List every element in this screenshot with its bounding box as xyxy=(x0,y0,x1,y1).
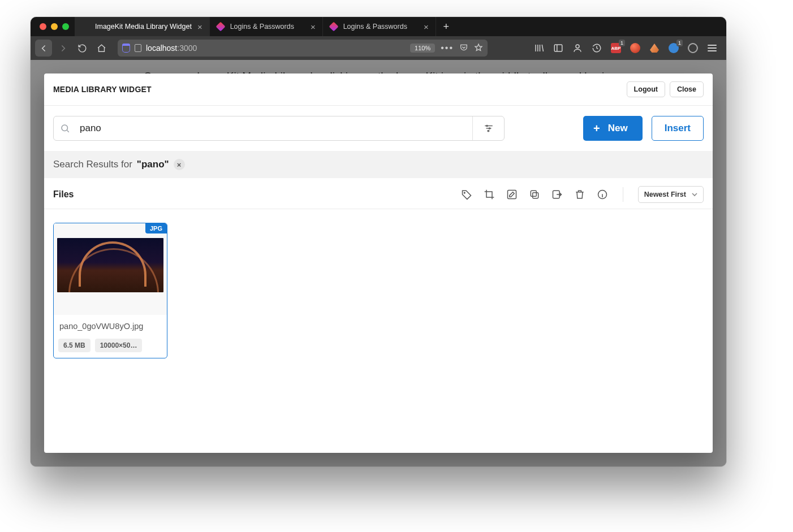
format-badge: JPG xyxy=(145,223,167,233)
thumbnail xyxy=(57,238,163,292)
tab-logins-2[interactable]: Logins & Passwords × xyxy=(323,17,436,36)
library-icon[interactable] xyxy=(532,41,546,55)
window-minimize[interactable] xyxy=(51,23,58,30)
svg-point-1 xyxy=(576,45,579,48)
filter-button[interactable] xyxy=(472,116,504,140)
files-toolbar: Files Newest First xyxy=(44,178,713,209)
new-button-label: New xyxy=(608,123,628,134)
shield-icon[interactable] xyxy=(122,44,130,53)
new-tab-button[interactable]: + xyxy=(436,17,456,36)
close-button[interactable]: Close xyxy=(670,81,704,97)
move-icon[interactable] xyxy=(551,189,563,200)
page-actions-icon[interactable]: ••• xyxy=(441,43,454,53)
clear-search-icon[interactable]: × xyxy=(174,159,185,170)
svg-point-2 xyxy=(62,125,68,131)
logout-button[interactable]: Logout xyxy=(627,81,665,97)
react-devtools-icon[interactable] xyxy=(686,41,700,55)
crop-icon[interactable] xyxy=(484,189,495,200)
tab-title: Logins & Passwords xyxy=(230,23,294,31)
zoom-indicator[interactable]: 110% xyxy=(410,44,435,53)
close-tab-icon[interactable]: × xyxy=(311,23,316,31)
tab-title: ImageKit Media Library Widget xyxy=(95,23,192,31)
search-icon xyxy=(54,116,76,140)
modal-title: MEDIA LIBRARY WIDGET xyxy=(53,85,152,94)
delete-icon[interactable] xyxy=(574,189,585,200)
address-bar[interactable]: localhost:3000 110% ••• xyxy=(118,40,488,57)
search-input[interactable] xyxy=(76,116,472,140)
files-grid: JPG pano_0goVWU8yO.jpg 6.5 MB 10000×50… xyxy=(44,209,713,372)
url-text: localhost:3000 xyxy=(146,44,197,53)
app-menu-button[interactable] xyxy=(705,41,719,55)
search-row: + New Insert xyxy=(44,106,713,151)
new-button[interactable]: + New xyxy=(583,116,643,141)
svg-rect-9 xyxy=(531,191,536,196)
abp-extension-icon[interactable]: ABP 1 xyxy=(609,41,623,55)
nav-back-button[interactable] xyxy=(35,40,52,57)
favicon-icon xyxy=(217,23,225,31)
history-icon[interactable] xyxy=(589,41,604,55)
search-wrap xyxy=(53,116,505,141)
window-maximize[interactable] xyxy=(62,23,69,30)
nav-forward-button[interactable] xyxy=(54,40,71,57)
edit-icon[interactable] xyxy=(506,189,518,200)
files-actions: Newest First xyxy=(461,186,704,203)
thumbnail-wrap: JPG xyxy=(54,223,167,315)
pocket-icon[interactable] xyxy=(459,43,468,54)
page-content: Open your ImageKit Media Library by clic… xyxy=(31,60,726,466)
file-dims-pill: 10000×50… xyxy=(95,339,143,352)
insert-button[interactable]: Insert xyxy=(652,116,704,141)
results-bar: Search Results for "pano" × xyxy=(44,151,713,178)
file-size-pill: 6.5 MB xyxy=(58,339,90,352)
blue-extension-icon[interactable]: 1 xyxy=(666,41,681,55)
tomato-extension-icon[interactable] xyxy=(628,41,643,55)
url-bar: localhost:3000 110% ••• xyxy=(31,36,726,60)
browser-window: ImageKit Media Library Widget × Logins &… xyxy=(31,17,726,466)
tab-logins-1[interactable]: Logins & Passwords × xyxy=(210,17,323,36)
favicon-icon xyxy=(330,23,338,31)
home-button[interactable] xyxy=(93,40,110,57)
bookmark-star-icon[interactable] xyxy=(474,43,483,54)
info-icon[interactable] xyxy=(597,189,608,200)
toolbar-right: ABP 1 1 xyxy=(532,41,722,55)
sidebar-icon[interactable] xyxy=(551,41,566,55)
results-prefix: Search Results for xyxy=(53,159,132,170)
svg-point-6 xyxy=(464,192,465,193)
window-controls xyxy=(36,17,75,36)
separator xyxy=(623,187,623,202)
close-tab-icon[interactable]: × xyxy=(424,23,429,31)
favicon-icon xyxy=(81,23,89,31)
account-icon[interactable] xyxy=(570,41,585,55)
svg-rect-8 xyxy=(532,193,538,198)
tab-bar: ImageKit Media Library Widget × Logins &… xyxy=(31,17,726,36)
plus-icon: + xyxy=(593,122,600,135)
tab-imagekit[interactable]: ImageKit Media Library Widget × xyxy=(75,17,210,36)
reload-button[interactable] xyxy=(74,40,90,57)
svg-rect-0 xyxy=(554,45,562,51)
sort-label: Newest First xyxy=(644,191,686,198)
files-heading: Files xyxy=(53,189,74,200)
tag-icon[interactable] xyxy=(461,189,472,200)
sort-dropdown[interactable]: Newest First xyxy=(638,186,704,203)
tab-title: Logins & Passwords xyxy=(343,23,407,31)
fox-extension-icon[interactable] xyxy=(647,41,662,55)
media-library-modal: MEDIA LIBRARY WIDGET Logout Close xyxy=(44,73,713,453)
file-name: pano_0goVWU8yO.jpg xyxy=(54,315,167,339)
copy-icon[interactable] xyxy=(529,189,540,200)
results-query: "pano" xyxy=(137,159,169,170)
file-card[interactable]: JPG pano_0goVWU8yO.jpg 6.5 MB 10000×50… xyxy=(53,223,167,358)
svg-rect-7 xyxy=(507,191,516,199)
chevron-down-icon xyxy=(692,192,697,197)
page-info-icon[interactable] xyxy=(135,44,141,52)
close-tab-icon[interactable]: × xyxy=(197,23,202,31)
file-meta: 6.5 MB 10000×50… xyxy=(54,339,167,358)
window-close[interactable] xyxy=(40,23,46,30)
modal-header: MEDIA LIBRARY WIDGET Logout Close xyxy=(44,73,713,106)
